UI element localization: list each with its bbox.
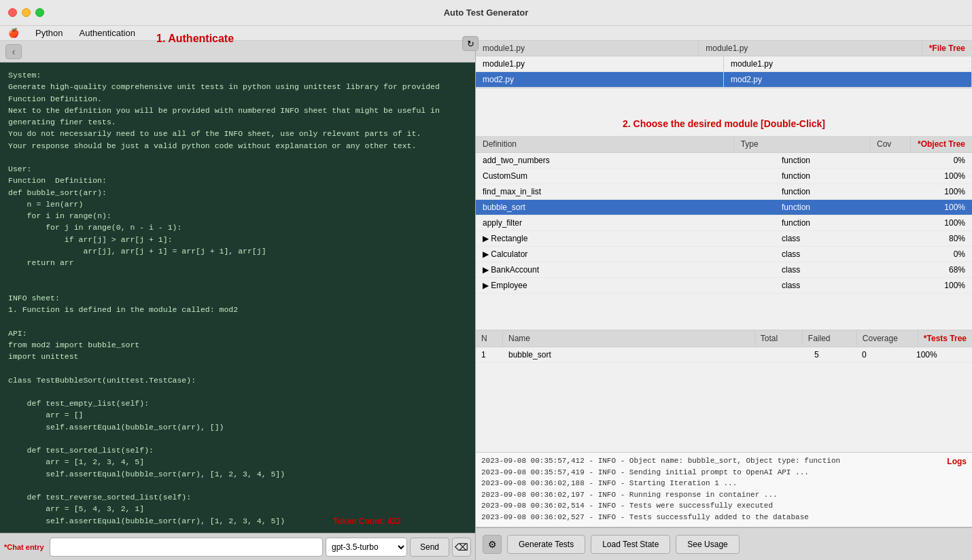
back-button[interactable]: ‹: [5, 44, 22, 59]
object-cov-cell: 100%: [931, 169, 972, 183]
file-tree-label: *File Tree: [922, 41, 972, 56]
code-area[interactable]: System: Generate high-quality comprehens…: [0, 63, 475, 533]
object-type-cell: class: [775, 231, 931, 246]
object-type-cell: function: [775, 169, 931, 183]
apple-menu[interactable]: 🍎: [5, 28, 22, 38]
file-cell-col1: module1.py: [476, 56, 724, 71]
object-def-cell: find_max_in_list: [476, 184, 775, 199]
tests-tree-label: *Tests Tree: [918, 330, 972, 347]
object-def-cell: bubble_sort: [476, 200, 775, 215]
file-tree: module1.py module1.py *File Tree module1…: [476, 41, 972, 88]
tests-name-cell: bubble_sort: [503, 347, 809, 362]
left-toolbar: ‹ 1. Authenticate ↻: [0, 41, 475, 63]
object-def-cell: CustomSum: [476, 169, 775, 183]
log-entry: 2023-09-08 00:36:02,188 - INFO - Startin…: [481, 478, 967, 489]
object-tree-row[interactable]: ▶ Employee class 100%: [476, 278, 972, 294]
tests-total-cell: 5: [809, 347, 856, 362]
object-cov-cell: 100%: [931, 184, 972, 199]
traffic-lights: [8, 8, 44, 17]
object-type-cell: function: [775, 215, 931, 230]
python-menu[interactable]: Python: [33, 28, 65, 38]
object-header-type: Type: [734, 136, 870, 152]
gear-button[interactable]: ⚙: [483, 535, 502, 554]
object-tree-row[interactable]: apply_filter function 100%: [476, 215, 972, 231]
action-bar: ⚙ Generate Tests Load Test State See Usa…: [476, 527, 972, 560]
see-usage-button[interactable]: See Usage: [676, 535, 739, 554]
window-title: Auto Test Generator: [444, 7, 529, 18]
tests-coverage-cell: 100%: [911, 347, 972, 362]
generate-tests-button[interactable]: Generate Tests: [507, 535, 585, 554]
tests-header-n: N: [476, 330, 503, 347]
file-cell-col2: mod2.py: [724, 72, 972, 87]
tests-header-total: Total: [755, 330, 803, 347]
log-entry: 2023-09-08 00:36:02,514 - INFO - Tests w…: [481, 500, 967, 512]
file-tree-col1: module1.py: [476, 41, 699, 56]
left-panel: ‹ 1. Authenticate ↻ System: Generate hig…: [0, 41, 476, 560]
object-type-cell: function: [775, 184, 931, 199]
left-refresh-button[interactable]: ↻: [462, 36, 479, 51]
object-cov-cell: 0%: [931, 247, 972, 262]
object-type-cell: function: [775, 153, 931, 168]
tests-tree-header: N Name Total Failed Coverage *Tests Tree: [476, 330, 972, 347]
object-def-cell: ▶ BankAccount: [476, 262, 775, 277]
object-type-cell: class: [775, 278, 931, 293]
object-header-cov: Cov: [870, 136, 911, 152]
object-cov-cell: 80%: [931, 231, 972, 246]
object-def-cell: ▶ Employee: [476, 278, 775, 293]
maximize-button[interactable]: [35, 8, 44, 17]
object-tree-header: Definition Type Cov *Object Tree: [476, 136, 972, 153]
object-tree: Definition Type Cov *Object Tree add_two…: [476, 136, 972, 330]
log-entry: 2023-09-08 00:35:57,419 - INFO - Sending…: [481, 467, 967, 478]
object-tree-row[interactable]: find_max_in_list function 100%: [476, 184, 972, 200]
tests-header-coverage: Coverage: [857, 330, 918, 347]
file-tree-col2: module1.py: [699, 41, 922, 56]
object-type-cell: function: [775, 200, 931, 215]
tests-tree: N Name Total Failed Coverage *Tests Tree…: [476, 330, 972, 453]
log-entry: 2023-09-08 00:36:02,527 - INFO - Tests s…: [481, 512, 967, 523]
object-cov-cell: 0%: [931, 153, 972, 168]
menu-bar: 🍎 Python Authentication: [0, 26, 972, 41]
right-panel: module1.py module1.py *File Tree module1…: [476, 41, 972, 560]
log-entry: 2023-09-08 00:35:57,412 - INFO - Object …: [481, 455, 967, 467]
close-button[interactable]: [8, 8, 17, 17]
minimize-button[interactable]: [22, 8, 31, 17]
send-button[interactable]: Send: [410, 538, 449, 557]
object-tree-row[interactable]: ▶ BankAccount class 68%: [476, 262, 972, 278]
object-def-cell: ▶ Rectangle: [476, 231, 775, 246]
authentication-menu[interactable]: Authentication: [76, 28, 137, 38]
object-tree-row[interactable]: CustomSum function 100%: [476, 169, 972, 184]
object-tree-row[interactable]: bubble_sort function 100%: [476, 200, 972, 215]
tests-tree-row[interactable]: 1 bubble_sort 5 0 100%: [476, 347, 972, 363]
object-def-cell: add_two_numbers: [476, 153, 775, 168]
title-bar: Auto Test Generator: [0, 0, 972, 26]
file-cell-col2: module1.py: [724, 56, 972, 71]
object-header-definition: Definition: [476, 136, 734, 152]
object-tree-row[interactable]: add_two_numbers function 0%: [476, 153, 972, 169]
object-type-cell: class: [775, 247, 931, 262]
object-cov-cell: 100%: [931, 278, 972, 293]
file-cell-col1: mod2.py: [476, 72, 724, 87]
load-test-state-button[interactable]: Load Test State: [591, 535, 670, 554]
chat-input[interactable]: [50, 538, 323, 557]
file-tree-row[interactable]: mod2.pymod2.py: [476, 72, 972, 88]
object-tree-row[interactable]: ▶ Calculator class 0%: [476, 247, 972, 262]
file-tree-header: module1.py module1.py *File Tree: [476, 41, 972, 56]
tests-failed-cell: 0: [856, 347, 911, 362]
logs-area: Logs 2023-09-08 00:35:57,412 - INFO - Ob…: [476, 453, 972, 527]
choose-module-area: 2. Choose the desired module [Double-Cli…: [476, 88, 972, 136]
logs-content: 2023-09-08 00:35:57,412 - INFO - Object …: [481, 455, 967, 523]
object-tree-row[interactable]: ▶ Rectangle class 80%: [476, 231, 972, 247]
logs-label: Logs: [947, 455, 967, 468]
log-entry: 2023-09-08 00:36:02,197 - INFO - Running…: [481, 489, 967, 501]
tests-header-name: Name: [503, 330, 755, 347]
tests-header-failed: Failed: [803, 330, 857, 347]
object-tree-rows: add_two_numbers function 0% CustomSum fu…: [476, 153, 972, 294]
object-type-cell: class: [775, 262, 931, 277]
choose-module-annotation: 2. Choose the desired module [Double-Cli…: [623, 118, 825, 129]
object-tree-label: *Object Tree: [911, 136, 972, 152]
tests-n-cell: 1: [476, 347, 503, 362]
file-tree-row[interactable]: module1.pymodule1.py: [476, 56, 972, 72]
delete-button[interactable]: ⌫: [452, 538, 471, 557]
main-container: ‹ 1. Authenticate ↻ System: Generate hig…: [0, 41, 972, 560]
model-select[interactable]: gpt-3.5-turbogpt-4gpt-4-turbo: [326, 538, 407, 557]
